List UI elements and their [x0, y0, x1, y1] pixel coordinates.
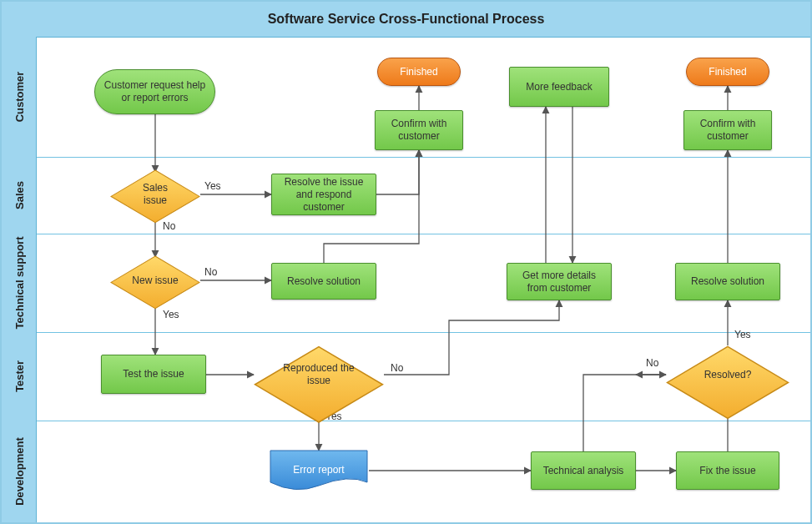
node-label: New issue: [117, 275, 193, 287]
node-label: Technical analysis: [543, 465, 624, 477]
node-label: More feedback: [526, 81, 592, 93]
node-label: Finished: [709, 66, 746, 78]
node-label: Test the issue: [123, 368, 184, 380]
node-label: Sales issue: [115, 182, 195, 207]
node-label: Confirm with customer: [689, 118, 766, 143]
node-resolve-respond: Resolve the issue and respond customer: [271, 174, 376, 215]
node-finish: Finished: [377, 58, 461, 86]
diagram-frame: Software Service Cross-Functional Proces…: [0, 0, 812, 524]
node-label: Reproduced the issue: [259, 362, 379, 387]
node-fix-issue: Fix the issue: [676, 451, 779, 490]
edge-label-yes: Yes: [734, 329, 751, 340]
node-resolve-solution: Resolve solution: [271, 263, 376, 300]
node-confirm-customer: Confirm with customer: [375, 110, 463, 150]
node-label: Error report: [278, 464, 359, 476]
node-start: Customer request help or report errors: [94, 69, 215, 114]
node-resolved: Resolved?: [666, 345, 789, 404]
node-technical-analysis: Technical analysis: [531, 451, 636, 490]
node-label: Resolve solution: [691, 275, 764, 288]
node-label: Finished: [400, 66, 437, 78]
edge-label-yes: Yes: [163, 309, 179, 320]
node-error-report: Error report: [269, 449, 369, 491]
node-reproduced: Reproduced the issue: [254, 345, 384, 404]
node-label: Get more details from customer: [512, 270, 606, 295]
node-label: Customer request help or report errors: [100, 79, 209, 104]
edge-label-yes: Yes: [204, 180, 221, 192]
node-more-feedback: More feedback: [509, 67, 609, 107]
node-test-issue: Test the issue: [101, 355, 206, 394]
node-resolve-solution: Resolve solution: [675, 263, 780, 300]
node-confirm-customer: Confirm with customer: [683, 110, 772, 150]
edge-label-no: No: [204, 266, 217, 278]
edge-label-no: No: [646, 357, 658, 369]
edge-label-no: No: [391, 362, 403, 374]
node-get-details: Get more details from customer: [507, 263, 612, 300]
node-label: Confirm with customer: [381, 118, 457, 143]
svg-marker-3: [667, 346, 788, 418]
node-label: Fix the issue: [699, 465, 755, 477]
node-label: Resolved?: [689, 369, 767, 381]
node-new-issue: New issue: [110, 255, 200, 305]
node-finish: Finished: [686, 58, 769, 86]
node-label: Resolve the issue and respond customer: [277, 176, 371, 214]
node-sales-issue: Sales issue: [110, 169, 200, 219]
node-label: Resolve solution: [287, 275, 361, 288]
